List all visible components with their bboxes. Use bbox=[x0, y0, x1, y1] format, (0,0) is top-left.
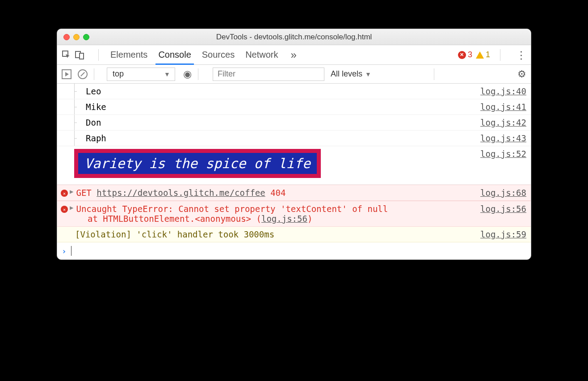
log-entry-error[interactable]: ▶ GET https://devtools.glitch.me/coffee … bbox=[57, 185, 531, 201]
prompt-chevron-icon: › bbox=[62, 246, 67, 256]
log-text: Mike bbox=[86, 102, 106, 112]
source-link[interactable]: log.js:41 bbox=[480, 102, 526, 112]
maximize-icon[interactable] bbox=[83, 34, 89, 40]
cursor bbox=[71, 246, 71, 256]
clear-console-icon[interactable] bbox=[78, 69, 88, 79]
log-levels-selector[interactable]: All levels ▼ bbox=[331, 69, 371, 79]
warning-count-value: 1 bbox=[486, 50, 490, 59]
device-toggle-icon[interactable] bbox=[75, 50, 84, 60]
stack-prefix: at HTMLButtonElement.<anonymous> ( bbox=[88, 214, 261, 224]
chevron-down-icon: ▼ bbox=[164, 71, 170, 78]
devtools-window: DevTools - devtools.glitch.me/console/lo… bbox=[57, 29, 531, 260]
stack-suffix: ) bbox=[307, 214, 312, 224]
kebab-icon[interactable]: ⋯ bbox=[515, 50, 528, 60]
context-value: top bbox=[113, 69, 124, 79]
context-selector[interactable]: top ▼ bbox=[107, 68, 175, 81]
stack-frame: at HTMLButtonElement.<anonymous> (log.js… bbox=[70, 214, 526, 224]
log-entry[interactable]: Mike log.js:41 bbox=[57, 99, 531, 115]
tab-network[interactable]: Network bbox=[240, 45, 283, 64]
live-expression-icon[interactable]: ◉ bbox=[183, 68, 192, 80]
error-message: Uncaught TypeError: Cannot set property … bbox=[76, 204, 480, 214]
svg-rect-2 bbox=[80, 53, 84, 59]
source-link[interactable]: log.js:68 bbox=[480, 188, 526, 198]
violation-text: [Violation] 'click' handler took 3000ms bbox=[70, 229, 274, 239]
separator bbox=[198, 68, 198, 80]
status-code: 404 bbox=[270, 188, 286, 198]
request-url[interactable]: https://devtools.glitch.me/coffee bbox=[97, 188, 265, 198]
show-drawer-icon[interactable] bbox=[62, 69, 71, 79]
log-entry-error[interactable]: ▶ Uncaught TypeError: Cannot set propert… bbox=[57, 201, 531, 227]
console-toolbar: top ▼ ◉ All levels ▼ ⚙ bbox=[57, 65, 531, 84]
log-entry[interactable]: Raph log.js:43 bbox=[57, 131, 531, 146]
error-icon bbox=[61, 206, 68, 213]
tab-console[interactable]: Console bbox=[153, 45, 196, 64]
counts: 3 1 ⋯ bbox=[458, 49, 526, 61]
log-entry[interactable]: Don log.js:42 bbox=[57, 115, 531, 131]
tabbar: Elements Console Sources Network » 3 1 ⋯ bbox=[57, 45, 531, 65]
tree-line bbox=[74, 84, 75, 99]
separator bbox=[98, 49, 99, 61]
styled-log-text: Variety is the spice of life bbox=[74, 149, 321, 178]
warning-icon bbox=[476, 51, 484, 59]
window-title: DevTools - devtools.glitch.me/console/lo… bbox=[57, 33, 531, 42]
source-link[interactable]: log.js:40 bbox=[480, 86, 526, 96]
error-icon bbox=[61, 190, 68, 197]
separator bbox=[500, 49, 500, 61]
http-method: GET bbox=[76, 188, 91, 198]
source-link[interactable]: log.js:59 bbox=[480, 229, 526, 239]
console-prompt[interactable]: › bbox=[57, 242, 531, 259]
gear-icon[interactable]: ⚙ bbox=[517, 68, 526, 80]
source-link[interactable]: log.js:56 bbox=[480, 204, 526, 214]
log-entry[interactable]: Leo log.js:40 bbox=[57, 84, 531, 99]
disclosure-icon[interactable]: ▶ bbox=[70, 188, 73, 195]
source-link[interactable]: log.js:52 bbox=[480, 149, 526, 159]
source-link[interactable]: log.js:42 bbox=[480, 118, 526, 127]
log-text: Raph bbox=[86, 133, 106, 143]
levels-label: All levels bbox=[331, 69, 362, 79]
tree-line bbox=[74, 131, 75, 146]
chevron-down-icon: ▼ bbox=[365, 71, 371, 78]
warning-count[interactable]: 1 bbox=[476, 50, 490, 59]
console-body: Leo log.js:40 Mike log.js:41 Don log.js:… bbox=[57, 84, 531, 259]
tab-sources[interactable]: Sources bbox=[197, 45, 240, 64]
filter-input[interactable] bbox=[213, 68, 324, 81]
more-tabs-icon[interactable]: » bbox=[288, 49, 299, 61]
tree-line bbox=[74, 99, 75, 114]
tab-elements[interactable]: Elements bbox=[105, 45, 153, 64]
disclosure-icon[interactable]: ▶ bbox=[70, 204, 73, 214]
log-entry-styled[interactable]: Variety is the spice of life log.js:52 bbox=[57, 146, 531, 185]
log-entry-violation[interactable]: [Violation] 'click' handler took 3000ms … bbox=[57, 227, 531, 242]
traffic-lights bbox=[63, 34, 89, 40]
separator bbox=[434, 68, 434, 80]
titlebar: DevTools - devtools.glitch.me/console/lo… bbox=[57, 29, 531, 45]
inspect-icon[interactable] bbox=[62, 50, 71, 60]
error-icon bbox=[458, 51, 466, 59]
source-link[interactable]: log.js:56 bbox=[261, 214, 307, 224]
error-count[interactable]: 3 bbox=[458, 50, 472, 59]
log-text: Leo bbox=[86, 86, 101, 96]
source-link[interactable]: log.js:43 bbox=[480, 133, 526, 143]
separator bbox=[94, 68, 94, 80]
close-icon[interactable] bbox=[63, 34, 70, 40]
tree-line bbox=[74, 115, 75, 130]
log-text: Don bbox=[86, 118, 101, 127]
error-count-value: 3 bbox=[468, 50, 472, 59]
minimize-icon[interactable] bbox=[73, 34, 80, 40]
